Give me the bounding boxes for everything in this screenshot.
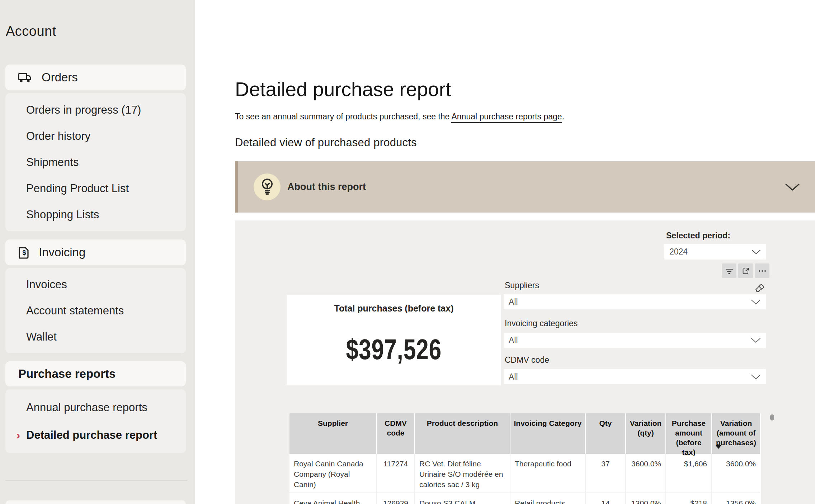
chevron-down-icon[interactable] — [785, 183, 800, 191]
suppliers-value: All — [509, 297, 518, 307]
sidebar-item-annual-purchase-reports[interactable]: Annual purchase reports — [5, 394, 186, 421]
cdmv-code-dropdown[interactable]: All — [504, 369, 766, 384]
table-row: Royal Canin Canada Company (Royal Canin)… — [289, 454, 761, 493]
column-header-variation-qty[interactable]: Variation (qty) — [626, 413, 666, 454]
svg-text:$: $ — [22, 249, 26, 256]
invoice-icon: $ — [18, 246, 29, 259]
selected-period-value: 2024 — [669, 247, 688, 257]
filter-icon — [725, 267, 734, 275]
column-header-qty[interactable]: Qty — [586, 413, 626, 454]
sidebar-item-orders-in-progress[interactable]: Orders in progress (17) — [5, 97, 186, 123]
sidebar-item-shopping-lists[interactable]: Shopping Lists — [5, 201, 186, 228]
sidebar-section-orders[interactable]: Orders — [5, 65, 186, 90]
invoicing-categories-value: All — [509, 336, 518, 345]
sidebar-invoicing-list: Invoices Account statements Wallet — [5, 268, 186, 353]
cell-supplier: Royal Canin Canada Company (Royal Canin) — [289, 454, 377, 493]
sidebar-item-invoices[interactable]: Invoices — [5, 271, 186, 298]
chevron-down-icon — [751, 374, 761, 380]
sidebar-orders-list: Orders in progress (17) Order history Sh… — [5, 93, 186, 231]
sidebar-item-pending-product-list[interactable]: Pending Product List — [5, 175, 186, 201]
cell-qty: 37 — [586, 454, 626, 493]
cdmv-code-value: All — [509, 372, 518, 382]
chevron-down-icon — [752, 249, 761, 255]
sidebar-section-purchase-reports[interactable]: Purchase reports — [5, 361, 186, 386]
total-purchases-value: $397,526 — [346, 333, 442, 366]
ellipsis-icon — [758, 270, 766, 272]
sidebar-item-detailed-purchase-report[interactable]: › Detailed purchase report — [5, 421, 186, 449]
invoicing-categories-label: Invoicing categories — [505, 319, 578, 328]
visual-toolbar — [722, 263, 769, 278]
cell-product-description: RC Vet. Diet féline Urinaire S/O modérée… — [415, 454, 510, 493]
cell-cdmv-code: 126929 — [377, 493, 415, 504]
annual-purchase-reports-link[interactable]: Annual purchase reports page — [451, 112, 562, 123]
truck-icon — [18, 72, 32, 83]
cdmv-code-label: CDMV code — [505, 355, 549, 365]
selected-period-dropdown[interactable]: 2024 — [664, 244, 766, 260]
selected-period-label: Selected period: — [666, 231, 730, 241]
about-report-label: About this report — [287, 161, 366, 213]
table-header-row: Supplier CDMV code Product description I… — [289, 413, 761, 454]
cell-invoicing-category: Retail products — [510, 493, 586, 504]
cell-invoicing-category: Therapeutic food — [510, 454, 586, 493]
total-purchases-card: Total purchases (before tax) $397,526 — [287, 295, 501, 385]
sidebar-item-shipments[interactable]: Shipments — [5, 149, 186, 175]
cell-product-description: Douxo S3 CALM — [415, 493, 510, 504]
clear-selections-button[interactable] — [754, 281, 766, 293]
purchases-table: Supplier CDMV code Product description I… — [289, 413, 761, 504]
column-header-supplier[interactable]: Supplier — [289, 413, 377, 454]
column-header-variation-amount[interactable]: Variation (amount of purchases) — [712, 413, 760, 454]
cell-variation-amount: 1356.0% — [712, 493, 760, 504]
column-header-invoicing-category[interactable]: Invoicing Category — [510, 413, 586, 454]
cell-cdmv-code: 117274 — [377, 454, 415, 493]
account-sidebar: Account Orders Orders in progress (17) O… — [0, 0, 195, 504]
sidebar-item-account-statements[interactable]: Account statements — [5, 298, 186, 324]
focus-mode-button[interactable] — [738, 263, 753, 278]
focus-mode-icon — [742, 267, 750, 275]
sidebar-next-card-edge — [5, 500, 186, 504]
cell-purchase-amount: $1,606 — [666, 454, 712, 493]
sidebar-item-wallet[interactable]: Wallet — [5, 324, 186, 350]
table-row: Ceva Animal Health Inc. 126929 Douxo S3 … — [289, 493, 761, 504]
cell-qty: 14 — [586, 493, 626, 504]
table-scrollbar-thumb[interactable] — [770, 414, 774, 420]
sidebar-purchase-list: Annual purchase reports › Detailed purch… — [5, 389, 186, 453]
more-options-button[interactable] — [755, 263, 769, 278]
suppliers-label: Suppliers — [505, 281, 539, 290]
filters-button[interactable] — [722, 263, 736, 278]
chevron-down-icon — [751, 338, 761, 343]
sidebar-title: Account — [6, 24, 56, 39]
sidebar-section-invoicing[interactable]: $ Invoicing — [5, 239, 186, 265]
page-title: Detailed purchase report — [235, 78, 451, 100]
section-heading: Detailed view of purchased products — [235, 136, 417, 149]
column-header-purchase-amount[interactable]: Purchase amount (before tax) — [666, 413, 712, 454]
eraser-icon — [754, 281, 766, 293]
banner-accent-stripe — [235, 161, 238, 213]
cell-variation-qty: 1300.0% — [626, 493, 666, 504]
invoicing-categories-dropdown[interactable]: All — [504, 333, 766, 348]
sidebar-section-orders-label: Orders — [42, 71, 78, 84]
sidebar-item-order-history[interactable]: Order history — [5, 123, 186, 149]
cell-variation-amount: 3600.0% — [712, 454, 760, 493]
sort-descending-icon — [716, 445, 721, 449]
column-header-cdmv-code[interactable]: CDMV code — [377, 413, 415, 454]
about-report-accordion[interactable]: About this report — [235, 161, 815, 213]
cell-purchase-amount: $218 — [666, 493, 712, 504]
lightbulb-icon — [254, 173, 281, 200]
page-intro: To see an annual summary of products pur… — [235, 112, 564, 122]
sidebar-divider — [5, 480, 187, 481]
column-header-product-description[interactable]: Product description — [415, 413, 510, 454]
suppliers-dropdown[interactable]: All — [504, 294, 766, 309]
cell-supplier: Ceva Animal Health Inc. — [289, 493, 377, 504]
total-purchases-title: Total purchases (before tax) — [334, 303, 454, 314]
active-chevron-icon: › — [16, 428, 20, 441]
sidebar-section-invoicing-label: Invoicing — [39, 246, 85, 259]
sidebar-section-purchase-reports-label: Purchase reports — [18, 367, 116, 381]
chevron-down-icon — [751, 299, 761, 305]
cell-variation-qty: 3600.0% — [626, 454, 666, 493]
